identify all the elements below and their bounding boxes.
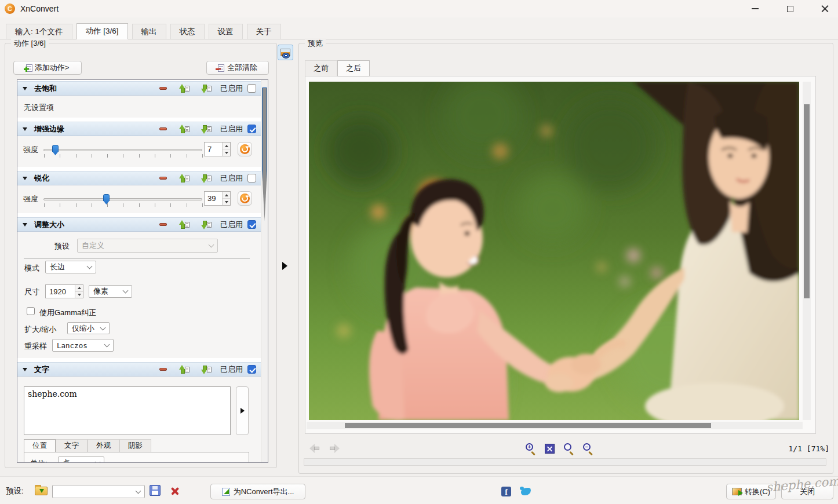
- next-image-button[interactable]: [328, 444, 341, 453]
- spin-down-icon[interactable]: [75, 291, 83, 298]
- preview-image[interactable]: [309, 82, 799, 420]
- tab-shadow[interactable]: 阴影: [119, 439, 151, 452]
- enabled-checkbox[interactable]: [247, 220, 256, 229]
- action-header-desaturate[interactable]: 去饱和 已启用: [17, 81, 261, 96]
- move-down-icon[interactable]: [201, 174, 212, 183]
- tab-after[interactable]: 之后: [337, 60, 370, 76]
- save-preset-icon[interactable]: [150, 485, 161, 496]
- scrollbar-thumb[interactable]: [804, 104, 810, 298]
- remove-action-icon[interactable]: [159, 368, 167, 371]
- spin-up-icon[interactable]: [75, 285, 83, 291]
- action-header-sharpen[interactable]: 锐化 已启用: [17, 171, 261, 185]
- tab-status[interactable]: 状态: [170, 24, 205, 39]
- add-action-icon: [26, 64, 32, 72]
- action-body-enhance-edges: 强度 7: [17, 136, 261, 167]
- size-unit-select[interactable]: 像素: [89, 285, 132, 298]
- slider-ticks: [44, 154, 203, 158]
- tab-output[interactable]: 输出: [132, 24, 166, 39]
- move-up-icon[interactable]: [178, 174, 190, 183]
- clear-all-button[interactable]: 全部清除: [206, 61, 269, 75]
- move-down-icon[interactable]: [201, 84, 212, 93]
- tab-about[interactable]: 关于: [247, 24, 281, 39]
- spin-down-icon[interactable]: [223, 149, 230, 156]
- remove-action-icon[interactable]: [159, 223, 167, 226]
- scrollbar-thumb[interactable]: [345, 423, 711, 428]
- tab-before[interactable]: 之前: [305, 60, 337, 76]
- size-spinbox[interactable]: 1920: [45, 284, 83, 298]
- tab-position[interactable]: 位置: [24, 439, 56, 452]
- close-icon: [821, 5, 829, 13]
- collapse-icon[interactable]: [23, 87, 27, 90]
- actions-scrollbar[interactable]: [261, 80, 268, 462]
- zoom-actual-icon[interactable]: [562, 443, 574, 455]
- collapse-icon[interactable]: [23, 177, 27, 180]
- close-window-button[interactable]: [815, 0, 835, 17]
- action-header-resize[interactable]: 调整大小 已启用: [17, 217, 261, 232]
- move-up-icon[interactable]: [178, 84, 190, 93]
- reset-button[interactable]: [238, 191, 252, 206]
- move-down-icon[interactable]: [201, 365, 212, 374]
- tab-input[interactable]: 输入: 1个文件: [6, 24, 72, 39]
- tab-actions[interactable]: 动作 [3/6]: [76, 23, 128, 39]
- page-indicator: 1/1 [71%]: [789, 444, 829, 453]
- tab-settings[interactable]: 设置: [209, 24, 243, 39]
- spin-down-icon[interactable]: [223, 198, 230, 205]
- remove-action-icon[interactable]: [159, 87, 167, 90]
- position-tab-panel: 单位: 点: [24, 452, 249, 463]
- zoom-out-icon[interactable]: [581, 443, 593, 455]
- action-body-sharpen: 强度 39: [17, 185, 261, 213]
- move-down-icon[interactable]: [201, 125, 212, 134]
- strength-spinbox[interactable]: 7: [204, 142, 231, 156]
- divider: [24, 258, 250, 258]
- resize-mode-select[interactable]: 长边: [45, 261, 96, 273]
- preview-toggle-button[interactable]: [278, 45, 293, 60]
- action-header-text[interactable]: 文字 已启用: [17, 362, 261, 377]
- spin-up-icon[interactable]: [223, 143, 230, 149]
- strength-slider[interactable]: [43, 198, 202, 200]
- export-nconvert-button[interactable]: 为NConvert导出...: [210, 484, 305, 499]
- enabled-checkbox[interactable]: [247, 365, 256, 374]
- tab-text[interactable]: 文字: [56, 439, 88, 452]
- tab-appearance[interactable]: 外观: [88, 439, 119, 452]
- remove-action-icon[interactable]: [159, 127, 167, 130]
- strength-slider[interactable]: [43, 149, 202, 151]
- remove-action-icon[interactable]: [159, 177, 167, 180]
- add-action-button[interactable]: 添加动作>: [13, 61, 82, 75]
- scale-mode-select[interactable]: 仅缩小: [67, 322, 110, 334]
- preview-horizontal-scrollbar[interactable]: [307, 422, 803, 429]
- move-up-icon[interactable]: [178, 365, 190, 374]
- gamma-checkbox[interactable]: [27, 307, 35, 315]
- unit-select[interactable]: 点: [58, 456, 104, 463]
- watermark-text-input[interactable]: [24, 386, 231, 435]
- delete-preset-icon[interactable]: [170, 485, 180, 496]
- move-up-icon[interactable]: [178, 125, 190, 134]
- maximize-button[interactable]: [780, 0, 800, 17]
- fit-to-window-icon[interactable]: [545, 444, 555, 454]
- zoom-in-icon[interactable]: [524, 443, 535, 455]
- move-up-icon[interactable]: [178, 220, 190, 229]
- strength-spinbox[interactable]: 39: [204, 191, 231, 206]
- twitter-icon[interactable]: [521, 488, 531, 495]
- move-down-icon[interactable]: [201, 220, 212, 229]
- splitter-arrow[interactable]: [282, 262, 287, 270]
- action-header-enhance-edges[interactable]: 增强边缘 已启用: [17, 122, 261, 136]
- open-preset-folder-icon[interactable]: [35, 487, 48, 495]
- main-tab-bar: 输入: 1个文件 动作 [3/6] 输出 状态 设置 关于: [0, 17, 838, 39]
- enabled-checkbox[interactable]: [247, 174, 256, 182]
- collapse-icon[interactable]: [23, 368, 27, 371]
- resize-preset-select[interactable]: 自定义: [77, 239, 218, 253]
- scrollbar-thumb[interactable]: [262, 87, 267, 221]
- reset-button[interactable]: [238, 142, 252, 156]
- expand-text-button[interactable]: [236, 386, 249, 435]
- preset-combobox[interactable]: [52, 485, 145, 498]
- resample-select[interactable]: Lanczos: [52, 339, 114, 352]
- collapse-icon[interactable]: [23, 223, 27, 227]
- spin-up-icon[interactable]: [223, 192, 230, 198]
- previous-image-button[interactable]: [308, 444, 321, 453]
- minimize-button[interactable]: [745, 0, 765, 17]
- enabled-checkbox[interactable]: [247, 125, 256, 133]
- enabled-checkbox[interactable]: [247, 84, 256, 93]
- facebook-icon[interactable]: [501, 487, 511, 496]
- preview-vertical-scrollbar[interactable]: [803, 82, 811, 420]
- collapse-icon[interactable]: [23, 127, 27, 131]
